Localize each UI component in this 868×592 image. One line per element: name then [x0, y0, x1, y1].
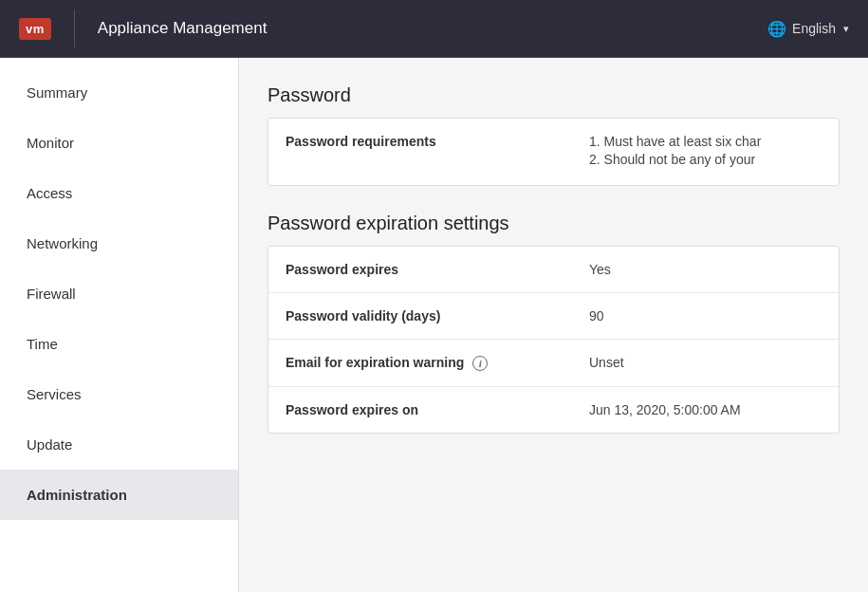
password-expires-value: Yes [589, 262, 822, 277]
header-left: vm Appliance Management [19, 9, 267, 47]
app-title: Appliance Management [98, 19, 268, 38]
password-requirements-card: Password requirements 1. Must have at le… [268, 118, 840, 186]
req-line-2: 2. Should not be any of your [589, 152, 822, 167]
password-requirements-value: 1. Must have at least six char 2. Should… [589, 134, 822, 170]
email-expiration-row: Email for expiration warning i Unset [268, 340, 839, 387]
globe-icon: 🌐 [767, 20, 786, 38]
password-validity-value: 90 [589, 308, 822, 324]
expiration-settings-card: Password expires Yes Password validity (… [268, 246, 840, 434]
password-expires-on-value: Jun 13, 2020, 5:00:00 AM [589, 402, 822, 417]
sidebar-item-firewall[interactable]: Firewall [0, 268, 238, 319]
password-requirements-label: Password requirements [286, 134, 589, 149]
expiration-section-title: Password expiration settings [268, 213, 840, 234]
email-expiration-label: Email for expiration warning i [286, 355, 589, 371]
password-requirements-row: Password requirements 1. Must have at le… [268, 119, 839, 185]
chevron-down-icon: ▾ [843, 23, 849, 35]
password-expires-label: Password expires [286, 262, 589, 277]
password-validity-row: Password validity (days) 90 [268, 293, 839, 340]
sidebar-item-services[interactable]: Services [0, 369, 238, 419]
password-expires-on-label: Password expires on [286, 402, 589, 417]
sidebar-item-summary[interactable]: Summary [0, 67, 238, 118]
main-content: Password Password requirements 1. Must h… [239, 58, 868, 592]
sidebar-item-access[interactable]: Access [0, 168, 238, 218]
password-validity-label: Password validity (days) [286, 308, 589, 324]
password-expires-row: Password expires Yes [268, 247, 839, 293]
language-selector[interactable]: 🌐 English ▾ [767, 20, 849, 38]
vm-logo: vm [19, 18, 51, 40]
app-header: vm Appliance Management 🌐 English ▾ [0, 0, 868, 58]
password-section-title: Password [268, 84, 840, 106]
sidebar-item-monitor[interactable]: Monitor [0, 118, 238, 168]
email-expiration-value: Unset [589, 355, 822, 370]
language-label: English [792, 21, 836, 36]
password-expires-on-row: Password expires on Jun 13, 2020, 5:00:0… [268, 387, 839, 433]
sidebar-item-administration[interactable]: Administration [0, 470, 238, 520]
sidebar-item-networking[interactable]: Networking [0, 218, 238, 268]
req-line-1: 1. Must have at least six char [589, 134, 822, 149]
sidebar-item-update[interactable]: Update [0, 419, 238, 470]
sidebar: Summary Monitor Access Networking Firewa… [0, 58, 239, 592]
sidebar-item-time[interactable]: Time [0, 319, 238, 369]
header-divider [74, 9, 75, 47]
info-icon[interactable]: i [472, 356, 488, 371]
main-layout: Summary Monitor Access Networking Firewa… [0, 58, 868, 592]
